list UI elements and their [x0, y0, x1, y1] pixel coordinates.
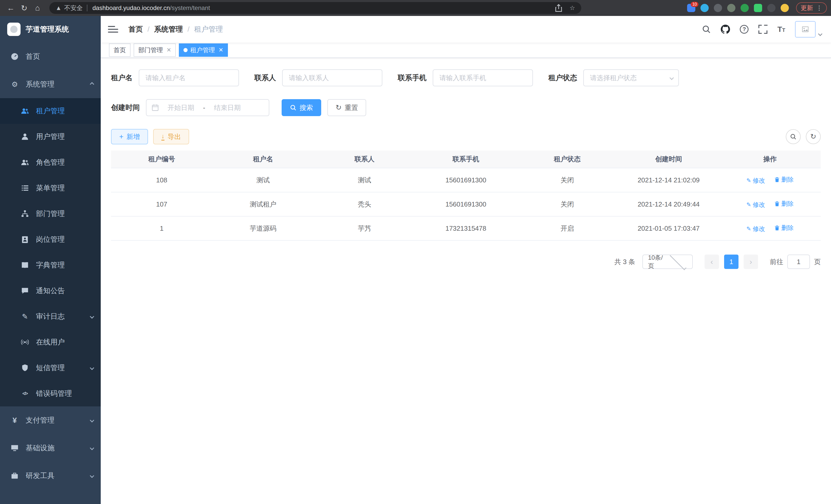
tenant-table: 租户编号 租户名 联系人 联系手机 租户状态 创建时间 操作 108 测试 测试	[111, 151, 821, 241]
sidebar-item-label: 短信管理	[36, 363, 65, 373]
extension-icon[interactable]: 10	[687, 4, 695, 12]
app-logo[interactable]: 芋道管理系统	[0, 16, 101, 42]
roles-icon	[21, 158, 29, 166]
cell-tenant-name: 芋道源码	[212, 216, 314, 240]
col-actions: 操作	[719, 151, 821, 168]
goto-label: 前往	[770, 258, 783, 266]
sidebar-item-audit-log[interactable]: ✎ 审计日志	[0, 304, 101, 329]
edit-icon: ✎	[746, 201, 751, 208]
back-icon[interactable]: ←	[4, 4, 18, 12]
extension-icon[interactable]	[741, 4, 749, 12]
tab-home[interactable]: 首页	[109, 43, 131, 57]
search-button[interactable]: 搜索	[282, 99, 321, 116]
online-signal-icon	[21, 338, 29, 346]
tenant-name-input[interactable]	[139, 69, 239, 86]
close-icon[interactable]: ✕	[167, 47, 171, 53]
tab-dept[interactable]: 部门管理 ✕	[134, 43, 176, 57]
delete-link[interactable]: 删除	[774, 224, 794, 232]
tab-label: 租户管理	[190, 46, 215, 54]
reload-icon[interactable]: ↻	[18, 4, 31, 12]
url-host: dashboard.yudao.iocoder.cn	[92, 4, 170, 11]
edit-link[interactable]: ✎修改	[746, 225, 765, 233]
export-button[interactable]: ↓ 导出	[153, 129, 189, 144]
sidebar-item-infra[interactable]: 基础设施	[0, 434, 101, 462]
update-button[interactable]: 更新 ⋮	[796, 2, 827, 13]
github-icon[interactable]	[721, 25, 730, 34]
fullscreen-icon[interactable]	[758, 25, 768, 34]
extension-icon[interactable]	[727, 4, 736, 12]
page-size-value: 10条/页	[648, 254, 668, 270]
dict-book-icon	[21, 261, 29, 269]
tab-tenant[interactable]: 租户管理 ✕	[179, 43, 228, 57]
sidebar-item-role[interactable]: 角色管理	[0, 149, 101, 175]
extensions-puzzle-icon[interactable]	[767, 4, 775, 12]
contact-input[interactable]	[282, 69, 382, 86]
next-page-button[interactable]: ›	[744, 255, 758, 269]
browser-menu-icon[interactable]: ⋮	[816, 4, 822, 11]
toggle-search-button[interactable]	[786, 129, 801, 144]
status-select[interactable]: 请选择租户状态	[583, 69, 679, 86]
date-range-picker[interactable]: -	[146, 99, 269, 116]
cell-created: 2021-12-14 21:02:09	[618, 168, 719, 192]
sidebar-item-dept[interactable]: 部门管理	[0, 201, 101, 227]
notice-bubble-icon	[21, 287, 29, 295]
sidebar-item-payment[interactable]: ¥ 支付管理	[0, 406, 101, 434]
address-bar[interactable]: ▲ 不安全 dashboard.yudao.iocoder.cn /system…	[49, 2, 581, 14]
total-count: 共 3 条	[614, 258, 635, 266]
edit-link[interactable]: ✎修改	[746, 176, 765, 185]
user-avatar[interactable]	[795, 21, 822, 37]
sidebar-item-post[interactable]: 岗位管理	[0, 227, 101, 252]
cell-tenant-name: 测试租户	[212, 192, 314, 216]
prev-page-button[interactable]: ‹	[705, 255, 719, 269]
breadcrumb-system[interactable]: 系统管理	[154, 24, 183, 34]
font-size-icon[interactable]: TT	[777, 25, 785, 34]
trash-icon	[774, 225, 780, 231]
sidebar-item-dict[interactable]: 字典管理	[0, 252, 101, 278]
delete-link[interactable]: 删除	[774, 200, 794, 208]
share-icon[interactable]	[554, 3, 563, 12]
breadcrumb-separator: /	[188, 25, 190, 33]
sidebar-item-online-user[interactable]: 在线用户	[0, 329, 101, 355]
sidebar-collapse-icon[interactable]	[108, 26, 118, 33]
phone-input[interactable]	[433, 69, 533, 86]
bookmark-star-icon[interactable]: ☆	[569, 4, 575, 11]
sidebar-item-menu[interactable]: 菜单管理	[0, 175, 101, 201]
sidebar-item-system[interactable]: ⚙ 系统管理	[0, 70, 101, 98]
refresh-table-button[interactable]: ↻	[806, 129, 821, 144]
extension-icon[interactable]	[714, 4, 722, 12]
refresh-icon: ↻	[810, 133, 816, 140]
sidebar-item-home[interactable]: 首页	[0, 42, 101, 70]
table-header-row: 租户编号 租户名 联系人 联系手机 租户状态 创建时间 操作	[111, 151, 821, 168]
gear-icon: ⚙	[10, 80, 19, 89]
page-jump-input[interactable]	[787, 255, 810, 269]
sidebar-item-devtools[interactable]: 研发工具	[0, 462, 101, 490]
profile-avatar-icon[interactable]	[781, 4, 789, 12]
page-number-1[interactable]: 1	[724, 255, 739, 269]
sidebar-item-error-code[interactable]: </> 错误码管理	[0, 381, 101, 406]
extension-icon[interactable]	[754, 4, 762, 12]
extension-icon[interactable]	[700, 4, 709, 12]
sidebar-item-tenant[interactable]: 租户管理	[0, 98, 101, 124]
sidebar-item-sms[interactable]: 短信管理	[0, 355, 101, 381]
page-size-select[interactable]: 10条/页	[642, 255, 693, 269]
edit-link[interactable]: ✎修改	[746, 201, 765, 209]
sidebar-item-label: 研发工具	[26, 471, 55, 481]
breadcrumb-home[interactable]: 首页	[128, 24, 143, 34]
sidebar-item-user[interactable]: 用户管理	[0, 124, 101, 149]
add-button[interactable]: + 新增	[111, 129, 148, 144]
cell-tenant-id: 108	[111, 168, 212, 192]
cell-phone: 17321315478	[415, 216, 517, 240]
start-date-input[interactable]	[162, 103, 200, 112]
search-icon[interactable]	[702, 25, 711, 34]
delete-link[interactable]: 删除	[774, 175, 794, 184]
home-icon[interactable]: ⌂	[31, 4, 44, 12]
sidebar-item-notice[interactable]: 通知公告	[0, 278, 101, 304]
cell-contact: 芋艿	[314, 216, 415, 240]
end-date-input[interactable]	[208, 103, 247, 112]
close-icon[interactable]: ✕	[219, 47, 223, 53]
sidebar-item-label: 菜单管理	[36, 183, 65, 193]
reset-button[interactable]: ↻ 重置	[327, 99, 366, 116]
error-code-icon: </>	[21, 391, 29, 396]
table-row: 108 测试 测试 15601691300 关闭 2021-12-14 21:0…	[111, 168, 821, 192]
help-icon[interactable]: ?	[740, 25, 748, 34]
